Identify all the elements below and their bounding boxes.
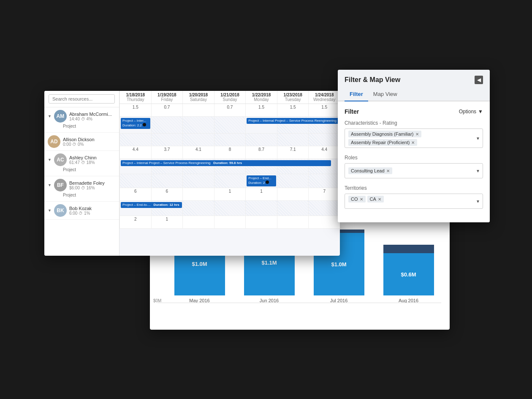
filter-tabs: Filter Map View: [338, 87, 490, 101]
filter-collapse-button[interactable]: ◀: [475, 76, 483, 84]
header-col-3: 1/21/2018 Sunday: [214, 91, 246, 104]
chevron-icon-ashley[interactable]: ▼: [48, 158, 52, 162]
grid-cell-ashley2-3: [214, 174, 246, 188]
filter-section-title: Filter: [345, 108, 359, 115]
hour-bern-0: 6: [119, 188, 151, 200]
grid-cell-0-1: [151, 117, 183, 133]
resource-meta-abraham: 14:40 ⏱ 4%: [69, 117, 116, 121]
resource-meta-bernadette: $6:00 ⏱ 16%: [69, 186, 116, 190]
tag-label-assembly-diagnosis: Assembly Diagnosis (Familiar): [351, 131, 414, 137]
resource-meta-ashley: 61:47 ⏱ 18%: [69, 160, 116, 165]
resource-name-ashley: Ashley Chinn: [69, 155, 116, 160]
avatar-bob: BK: [54, 204, 67, 217]
bar-aug-2016: $0.6M Aug 2016: [380, 245, 437, 303]
grid-cell-ashley2-6: [308, 174, 340, 188]
hour-bob-1: 1: [151, 216, 183, 228]
hour-bern-3: 1: [214, 188, 246, 200]
hour-0-4: 1.5: [245, 104, 277, 116]
tag-label-ca: CA: [370, 197, 376, 202]
event-bar-ashley-small[interactable]: Project – End...Duration: 2: [247, 175, 276, 186]
characteristics-dropdown-arrow: ▼: [476, 136, 480, 141]
grid-cell-allison-2: [182, 134, 214, 146]
chevron-icon-bob[interactable]: ▼: [48, 208, 52, 213]
header-day-1: Friday: [154, 97, 180, 102]
resource-info-ashley: Ashley Chinn 61:47 ⏱ 18%: [69, 155, 116, 165]
hour-ashley-4: 8.7: [245, 146, 277, 159]
resource-name-abraham: Abraham McCormi...: [69, 112, 116, 117]
header-day-0: Thursday: [122, 97, 149, 102]
hour-bob-0: 2: [119, 216, 151, 228]
avatar-abraham: AM: [54, 110, 67, 123]
header-date-4: 1/22/2018: [248, 93, 274, 97]
filter-header: Filter & Map View ◀: [338, 70, 490, 84]
grid-cell-allison-5: [277, 134, 309, 146]
header-col-6: 1/24/2018 Wednesday: [308, 91, 340, 104]
grid-cell-bern-e5: [277, 201, 309, 216]
tag-remove-consulting-lead[interactable]: ✕: [386, 169, 390, 173]
hour-0-0: 1.5: [119, 104, 151, 116]
bar-blue-aug: $0.6M: [383, 253, 434, 295]
options-chevron-icon: ▼: [478, 109, 483, 115]
filter-group-roles: Roles Consulting Lead ✕ ▼: [345, 155, 483, 178]
hour-ashley-5: 7.1: [277, 146, 309, 159]
grid-row-events-ashley-2: Project – End...Duration: 2: [119, 174, 340, 188]
roles-dropdown[interactable]: Consulting Lead ✕ ▼: [345, 163, 483, 178]
hour-bern-5: [277, 188, 309, 200]
resource-item-abraham: ▼ AM Abraham McCormi... 14:40 ⏱ 4% Proje…: [44, 107, 119, 133]
hour-bern-1: 6: [151, 188, 183, 200]
header-col-1: 1/19/2018 Friday: [151, 91, 183, 104]
resource-type-bernadette: Project: [48, 191, 116, 199]
grid-cell-0-3: [214, 117, 246, 133]
filter-panel: Filter & Map View ◀ Filter Map View Filt…: [338, 70, 490, 222]
grid-row-hours-bob: 2 1: [119, 216, 340, 229]
search-box[interactable]: [44, 91, 119, 107]
tag-ca: CA ✕: [367, 196, 384, 202]
header-date-1: 1/19/2018: [154, 93, 180, 97]
header-day-2: Saturday: [185, 97, 212, 102]
tag-label-consulting-lead: Consulting Lead: [351, 168, 385, 173]
grid-row-events-bernadette: Project – End-to-... Duration: 12 hrs: [119, 201, 340, 216]
options-button[interactable]: Options ▼: [459, 109, 483, 115]
schedule-grid: 1/18/2018 Thursday 1/19/2018 Friday 1/20…: [119, 91, 340, 256]
event-bar-bernadette[interactable]: Project – End-to-... Duration: 12 hrs: [121, 202, 182, 208]
chevron-icon-bernadette[interactable]: ▼: [48, 183, 52, 187]
tag-assembly-diagnosis: Assembly Diagnosis (Familiar) ✕: [348, 131, 421, 137]
hour-bern-4: 1: [245, 188, 277, 200]
resource-sidebar: ▼ AM Abraham McCormi... 14:40 ⏱ 4% Proje…: [44, 91, 119, 256]
header-date-2: 1/20/2018: [185, 93, 212, 97]
tab-filter[interactable]: Filter: [345, 87, 368, 101]
event-bar-abraham-0[interactable]: Project – Inter...Duration: 2.2: [121, 118, 150, 129]
event-bar-abraham-1[interactable]: Project – Internal Project – Service Pro…: [247, 118, 339, 124]
filter-section-header: Filter Options ▼: [345, 108, 483, 115]
chevron-icon-abraham[interactable]: ▼: [48, 114, 52, 118]
tag-remove-ca[interactable]: ✕: [378, 197, 381, 202]
tag-remove-assembly-repair[interactable]: ✕: [411, 140, 415, 145]
header-col-4: 1/22/2018 Monday: [245, 91, 277, 104]
territories-dropdown[interactable]: CO ✕ CA ✕ ▼: [345, 194, 483, 209]
grid-row-hours-abraham: 1.5 0.7 0.7 1.5 1.5 1.5: [119, 104, 340, 117]
grid-row-events-ashley-1: Project – Internal Project – Service Pro…: [119, 159, 340, 174]
tag-remove-co[interactable]: ✕: [360, 197, 363, 202]
header-day-5: Tuesday: [280, 97, 306, 102]
header-day-6: Wednesday: [311, 97, 337, 102]
grid-cell-0-0: Project – Inter...Duration: 2.2: [119, 117, 151, 133]
event-bar-ashley-big[interactable]: Project – Internal Project – Service Pro…: [121, 160, 331, 166]
grid-cell-bern-e0: Project – End-to-... Duration: 12 hrs: [119, 201, 151, 216]
grid-cell-ashley2-2: [182, 174, 214, 188]
characteristics-dropdown[interactable]: Assembly Diagnosis (Familiar) ✕ Assembly…: [345, 128, 483, 148]
options-label: Options: [459, 109, 476, 115]
tag-label-assembly-repair: Assembly Repair (Proficient): [351, 140, 410, 145]
grid-cell-ashley2-4: Project – End...Duration: 2: [245, 174, 277, 188]
tab-map-view[interactable]: Map View: [368, 87, 402, 101]
tag-remove-assembly-diagnosis[interactable]: ✕: [415, 132, 419, 137]
resource-item-allison: AD Allison Dickson 0:00 ⏱ 0%: [44, 133, 119, 151]
grid-row-hours-ashley: 4.4 3.7 4.1 8 8.7 7.1 4.4: [119, 146, 340, 159]
search-input[interactable]: [49, 94, 115, 104]
grid-cell-ashley-e0: Project – Internal Project – Service Pro…: [119, 159, 151, 174]
avatar-bernadette: BF: [54, 179, 67, 191]
header-date-6: 1/24/2018: [311, 93, 337, 97]
resource-name-bernadette: Bernadette Foley: [69, 180, 116, 186]
avatar-ashley: AC: [54, 153, 67, 166]
characteristics-label: Characteristics - Rating: [345, 120, 483, 126]
hour-bob-5: [277, 216, 309, 228]
